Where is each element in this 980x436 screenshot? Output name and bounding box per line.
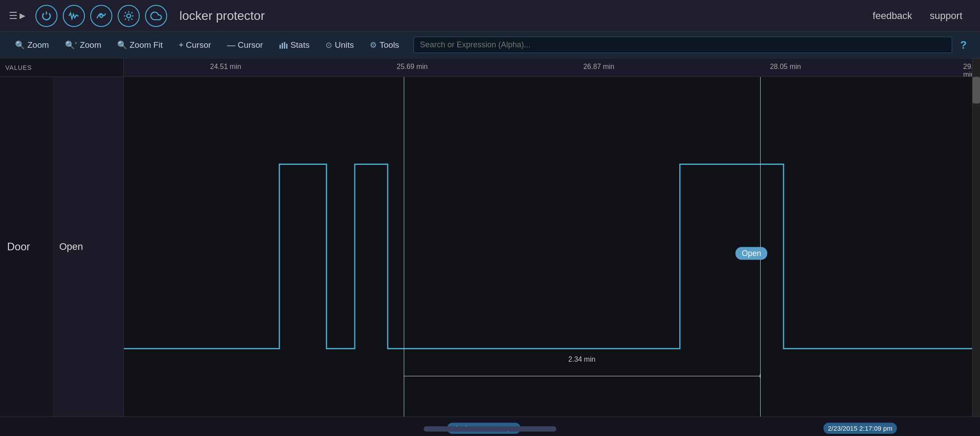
right-scrollbar-top[interactable] bbox=[972, 58, 980, 76]
chart-container: VALUES 24.51 min25.69 min26.87 min28.05 … bbox=[0, 58, 980, 436]
time-axis: VALUES 24.51 min25.69 min26.87 min28.05 … bbox=[0, 58, 980, 77]
top-nav: ☰► bbox=[0, 0, 980, 32]
menu-icon[interactable]: ☰► bbox=[9, 10, 27, 22]
cursor2-label: 2/23/2015 2:17:09 pm bbox=[823, 423, 897, 434]
time-tick: 29.23 min bbox=[963, 63, 972, 76]
units-label: Units bbox=[335, 40, 354, 50]
remove-cursor-label: — Cursor bbox=[227, 40, 263, 50]
cursor-value-label: Open bbox=[735, 247, 767, 260]
measure-label: 2.34 min bbox=[568, 356, 595, 363]
stats-label: Stats bbox=[291, 40, 310, 50]
nav-links: feedback support bbox=[873, 10, 962, 22]
bottom-bar: 2/23/2015 2:14:48 pm 2/23/2015 2:17:09 p… bbox=[0, 417, 980, 436]
zoom-out-icon: 🔍 bbox=[15, 40, 25, 50]
remove-cursor-button[interactable]: — Cursor bbox=[221, 38, 269, 53]
chart-svg bbox=[124, 77, 972, 417]
add-cursor-button[interactable]: + Cursor bbox=[172, 38, 217, 53]
signal-value: Open bbox=[53, 77, 124, 417]
tools-button[interactable]: ⚙ Tools bbox=[364, 38, 405, 53]
app-title: locker protector bbox=[180, 9, 873, 23]
data-rows: Door Open Open 2.34 min bbox=[0, 77, 980, 417]
tools-label: Tools bbox=[379, 40, 399, 50]
signal-chart-area[interactable]: Open 2.34 min bbox=[124, 77, 972, 417]
svg-rect-3 bbox=[282, 43, 283, 49]
stats-button[interactable]: Stats bbox=[273, 38, 316, 53]
units-button[interactable]: ⊙ Units bbox=[319, 38, 360, 53]
time-tick: 25.69 min bbox=[397, 63, 428, 71]
toolbar: 🔍 Zoom 🔍+ Zoom 🔍 Zoom Fit + Cursor — Cur… bbox=[0, 32, 980, 58]
svg-rect-2 bbox=[279, 45, 281, 49]
help-button[interactable]: ? bbox=[956, 39, 971, 51]
time-tick: 28.05 min bbox=[770, 63, 801, 71]
zoom-out-label: Zoom bbox=[27, 40, 49, 50]
zoom-in-button[interactable]: 🔍+ Zoom bbox=[59, 38, 107, 53]
time-tick: 24.51 min bbox=[210, 63, 241, 71]
signal-label: Door bbox=[0, 77, 53, 417]
search-input[interactable] bbox=[413, 37, 953, 53]
signal-icon-btn[interactable] bbox=[90, 5, 112, 27]
zoom-fit-label: Zoom Fit bbox=[130, 40, 163, 50]
scrollbar-thumb[interactable] bbox=[972, 77, 980, 103]
power-icon-btn[interactable] bbox=[35, 5, 57, 27]
settings2-icon-btn[interactable] bbox=[118, 5, 140, 27]
zoom-in-icon: 🔍+ bbox=[65, 40, 77, 50]
zoom-in-label: Zoom bbox=[80, 40, 101, 50]
nav-icons bbox=[35, 5, 167, 27]
waveform-icon-btn[interactable] bbox=[63, 5, 85, 27]
tools-icon: ⚙ bbox=[370, 40, 377, 50]
feedback-link[interactable]: feedback bbox=[873, 10, 912, 22]
zoom-fit-icon: 🔍 bbox=[117, 40, 127, 50]
svg-rect-5 bbox=[286, 44, 287, 49]
horizontal-scrollbar[interactable] bbox=[424, 426, 556, 432]
zoom-fit-button[interactable]: 🔍 Zoom Fit bbox=[111, 38, 169, 53]
cursor2-time: 2/23/2015 2:17:09 pm bbox=[823, 425, 897, 432]
stats-icon bbox=[279, 40, 288, 50]
time-axis-ticks: 24.51 min25.69 min26.87 min28.05 min29.2… bbox=[124, 58, 972, 76]
time-tick: 26.87 min bbox=[583, 63, 614, 71]
values-header: VALUES bbox=[0, 58, 124, 76]
svg-point-1 bbox=[126, 14, 130, 18]
zoom-out-button[interactable]: 🔍 Zoom bbox=[9, 38, 55, 53]
cloud-icon-btn[interactable] bbox=[145, 5, 167, 27]
units-icon: ⊙ bbox=[325, 40, 332, 50]
svg-rect-4 bbox=[284, 42, 285, 49]
right-scrollbar[interactable] bbox=[972, 77, 980, 417]
support-link[interactable]: support bbox=[930, 10, 962, 22]
svg-point-0 bbox=[100, 14, 103, 17]
add-cursor-label: + Cursor bbox=[179, 40, 211, 50]
